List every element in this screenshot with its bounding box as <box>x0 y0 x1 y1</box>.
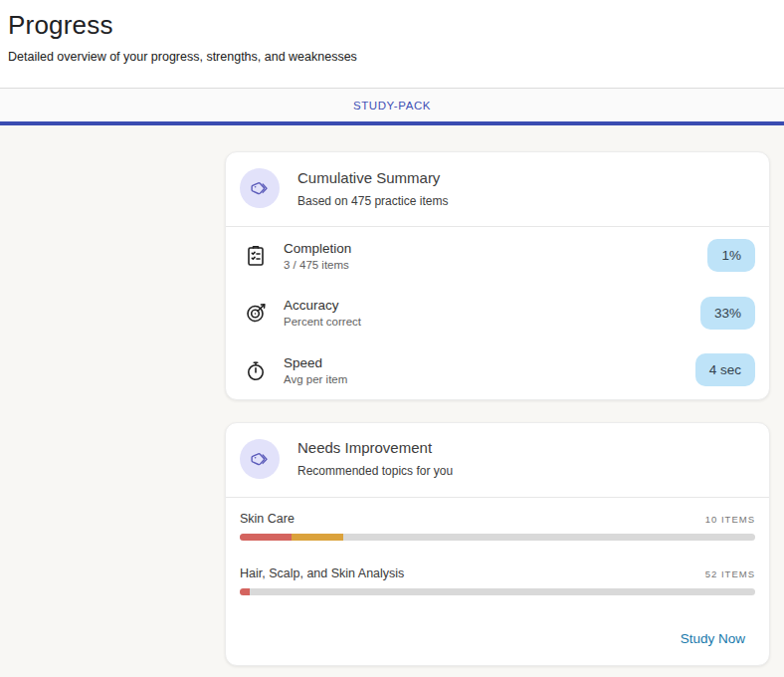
stat-sublabel: Avg per item <box>284 373 695 385</box>
stopwatch-icon <box>244 358 270 382</box>
target-arrow-icon <box>244 301 270 325</box>
stat-sublabel: 3 / 475 items <box>284 259 707 271</box>
stat-text: Speed Avg per item <box>284 355 695 385</box>
topic-item-count: 52 ITEMS <box>705 568 755 579</box>
stat-sublabel: Percent correct <box>284 316 700 328</box>
topic-name: Skin Care <box>240 512 294 526</box>
cumulative-summary-card: Cumulative Summary Based on 475 practice… <box>225 151 770 400</box>
avatar <box>240 439 280 479</box>
stat-row-speed: Speed Avg per item 4 sec <box>226 341 769 399</box>
improvement-card-title: Needs Improvement <box>297 439 453 456</box>
summary-card-subtitle: Based on 475 practice items <box>297 194 448 208</box>
stat-label: Speed <box>284 355 695 370</box>
progress-segment-orange <box>292 534 343 541</box>
avatar <box>240 168 280 208</box>
summary-card-header: Cumulative Summary Based on 475 practice… <box>226 152 769 226</box>
improvement-card-footer: Study Now <box>226 607 769 665</box>
progress-segment-red <box>240 534 292 541</box>
improvement-card-subtitle: Recommended topics for you <box>297 464 453 478</box>
topic-progress-bar <box>240 534 755 541</box>
stat-text: Accuracy Percent correct <box>284 298 700 328</box>
stat-label: Accuracy <box>284 298 700 313</box>
tab-study-pack[interactable]: STUDY-PACK <box>335 100 449 112</box>
summary-card-header-text: Cumulative Summary Based on 475 practice… <box>297 169 448 208</box>
page-title: Progress <box>8 10 776 41</box>
page-header: Progress Detailed overview of your progr… <box>0 0 784 88</box>
topic-name: Hair, Scalp, and Skin Analysis <box>240 566 404 580</box>
tags-icon <box>249 177 271 199</box>
speed-value-badge: 4 sec <box>695 353 755 386</box>
completion-value-badge: 1% <box>707 239 755 272</box>
stat-row-accuracy: Accuracy Percent correct 33% <box>226 285 769 342</box>
content-area: Cumulative Summary Based on 475 practice… <box>0 125 784 677</box>
topic-head: Hair, Scalp, and Skin Analysis 52 ITEMS <box>240 566 755 580</box>
needs-improvement-card: Needs Improvement Recommended topics for… <box>225 422 770 666</box>
page-subtitle: Detailed overview of your progress, stre… <box>8 50 776 64</box>
stat-text: Completion 3 / 475 items <box>284 241 707 271</box>
tags-icon <box>249 448 271 470</box>
checklist-clipboard-icon <box>244 244 270 268</box>
study-now-link[interactable]: Study Now <box>681 631 745 646</box>
progress-segment-red <box>240 588 250 595</box>
stat-label: Completion <box>284 241 707 256</box>
summary-card-title: Cumulative Summary <box>297 169 448 186</box>
tab-bar: STUDY-PACK <box>0 88 784 121</box>
improvement-card-header-text: Needs Improvement Recommended topics for… <box>297 439 453 478</box>
stat-row-completion: Completion 3 / 475 items 1% <box>226 227 769 285</box>
improvement-card-header: Needs Improvement Recommended topics for… <box>226 423 769 497</box>
topic-head: Skin Care 10 ITEMS <box>240 512 755 526</box>
topic-progress-bar <box>240 588 755 595</box>
topic-row-skin-care: Skin Care 10 ITEMS <box>226 498 769 553</box>
accuracy-value-badge: 33% <box>700 297 755 330</box>
topic-row-hair-scalp-skin: Hair, Scalp, and Skin Analysis 52 ITEMS <box>226 553 769 607</box>
topic-item-count: 10 ITEMS <box>705 514 755 525</box>
